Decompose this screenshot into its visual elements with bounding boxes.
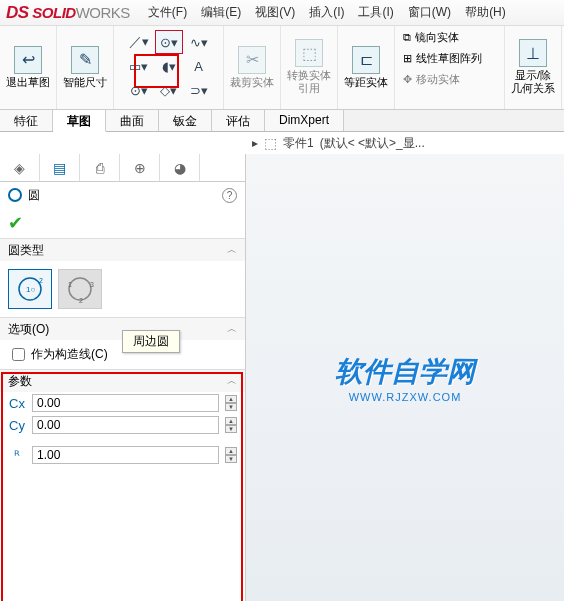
- display-relations-button[interactable]: ⊥ 显示/除几何关系: [511, 30, 555, 104]
- part-icon: ⬚: [264, 135, 277, 151]
- rect-tool[interactable]: ▭▾: [125, 54, 153, 78]
- convert-entities-button[interactable]: ⬚ 转换实体引用: [287, 30, 331, 104]
- graphics-viewport[interactable]: 软件自学网 WWW.RJZXW.COM: [246, 154, 564, 601]
- menu-window[interactable]: 窗口(W): [408, 4, 451, 21]
- offset-entities-button[interactable]: ⊏ 等距实体: [344, 30, 388, 104]
- panel-tab-dimxpert[interactable]: ⊕: [120, 154, 160, 181]
- ok-checkmark[interactable]: ✔: [0, 208, 245, 238]
- tab-sketch[interactable]: 草图: [53, 110, 106, 132]
- help-icon[interactable]: ?: [222, 188, 237, 203]
- chevron-up-icon: ︿: [227, 374, 237, 388]
- menu-help[interactable]: 帮助(H): [465, 4, 506, 21]
- construction-checkbox[interactable]: [12, 348, 25, 361]
- line-tool[interactable]: ／▾: [125, 30, 153, 54]
- spline-tool[interactable]: ◇▾: [155, 78, 183, 102]
- svg-text:1: 1: [68, 281, 72, 288]
- mirror-icon: ⧉: [403, 31, 411, 44]
- tab-evaluate[interactable]: 评估: [212, 110, 265, 131]
- svg-text:1○: 1○: [26, 285, 35, 294]
- tab-feature[interactable]: 特征: [0, 110, 53, 131]
- tooltip-perimeter-circle: 周边圆: [122, 330, 180, 353]
- poly-tool[interactable]: A: [185, 54, 213, 78]
- param-radius-spinner[interactable]: ▲▼: [225, 447, 237, 463]
- arc-tool[interactable]: ∿▾: [185, 30, 213, 54]
- svg-text:2: 2: [79, 297, 83, 304]
- construction-label: 作为构造线(C): [31, 346, 108, 363]
- move-icon: ✥: [403, 73, 412, 86]
- tab-surface[interactable]: 曲面: [106, 110, 159, 131]
- panel-tab-feature-tree[interactable]: ◈: [0, 154, 40, 181]
- param-cy-spinner[interactable]: ▲▼: [225, 417, 237, 433]
- param-cx-icon: Cx: [8, 395, 26, 411]
- trim-icon: ✂: [238, 46, 266, 74]
- title-bar: DS SOLIDWORKS 文件(F) 编辑(E) 视图(V) 插入(I) 工具…: [0, 0, 564, 26]
- panel-tab-config[interactable]: ⎙: [80, 154, 120, 181]
- menu-edit[interactable]: 编辑(E): [201, 4, 241, 21]
- mirror-entities-button[interactable]: ⧉镜向实体: [403, 30, 459, 45]
- breadcrumb-arrow-icon: ▸: [252, 136, 258, 150]
- circle-tool[interactable]: ⊙▾: [155, 30, 183, 54]
- smart-dimension-icon: ✎: [71, 46, 99, 74]
- breadcrumb-config: (默认< <默认>_显...: [320, 135, 425, 152]
- breadcrumb-part[interactable]: 零件1: [283, 135, 314, 152]
- panel-tab-appearance[interactable]: ◕: [160, 154, 200, 181]
- menu-insert[interactable]: 插入(I): [309, 4, 344, 21]
- exit-sketch-icon: ↩: [14, 46, 42, 74]
- exit-sketch-button[interactable]: ↩ 退出草图: [6, 30, 50, 104]
- ellipse-tool[interactable]: ⊃▾: [185, 78, 213, 102]
- menu-bar: 文件(F) 编辑(E) 视图(V) 插入(I) 工具(I) 窗口(W) 帮助(H…: [148, 4, 506, 21]
- smart-dimension-button[interactable]: ✎ 智能尺寸: [63, 30, 107, 104]
- section-params[interactable]: 参数︿: [0, 370, 245, 392]
- param-cx-input[interactable]: [32, 394, 219, 412]
- property-manager: ◈ ▤ ⎙ ⊕ ◕ 圆 ? ✔ 圆类型︿ 1○2 123: [0, 154, 246, 601]
- tab-dimxpert[interactable]: DimXpert: [265, 110, 344, 131]
- svg-text:2: 2: [39, 277, 43, 284]
- move-entities-button[interactable]: ✥移动实体: [403, 72, 460, 87]
- point-tool[interactable]: ⊙▾: [125, 78, 153, 102]
- menu-file[interactable]: 文件(F): [148, 4, 187, 21]
- circle-type-perimeter[interactable]: 123: [58, 269, 102, 309]
- offset-icon: ⊏: [352, 46, 380, 74]
- circle-tool-icon: [8, 188, 22, 202]
- panel-tabs: ◈ ▤ ⎙ ⊕ ◕: [0, 154, 245, 182]
- display-icon: ⊥: [519, 39, 547, 67]
- param-radius-icon: ᴿ: [8, 447, 26, 463]
- param-radius-input[interactable]: [32, 446, 219, 464]
- param-cy-input[interactable]: [32, 416, 219, 434]
- menu-view[interactable]: 视图(V): [255, 4, 295, 21]
- linear-pattern-button[interactable]: ⊞线性草图阵列: [403, 51, 482, 66]
- slot-tool[interactable]: ◖▾: [155, 54, 183, 78]
- panel-tab-property[interactable]: ▤: [40, 154, 80, 181]
- ribbon: ↩ 退出草图 ✎ 智能尺寸 ／▾ ⊙▾ ∿▾ ▭▾ ◖▾ A ⊙▾ ◇▾ ⊃▾ …: [0, 26, 564, 110]
- property-title: 圆: [28, 187, 40, 204]
- trim-entities-button[interactable]: ✂ 裁剪实体: [230, 30, 274, 104]
- chevron-up-icon: ︿: [227, 322, 237, 336]
- command-tabs: 特征 草图 曲面 钣金 评估 DimXpert: [0, 110, 564, 132]
- param-cx-spinner[interactable]: ▲▼: [225, 395, 237, 411]
- chevron-up-icon: ︿: [227, 243, 237, 257]
- section-circle-type[interactable]: 圆类型︿: [0, 239, 245, 261]
- breadcrumb-bar: ▸ ⬚ 零件1 (默认< <默认>_显...: [0, 132, 564, 154]
- menu-tools[interactable]: 工具(I): [358, 4, 393, 21]
- param-cy-icon: Cy: [8, 417, 26, 433]
- convert-icon: ⬚: [295, 39, 323, 67]
- tab-sheetmetal[interactable]: 钣金: [159, 110, 212, 131]
- app-logo: DS SOLIDWORKS: [6, 3, 130, 23]
- svg-text:3: 3: [90, 281, 94, 288]
- pattern-icon: ⊞: [403, 52, 412, 65]
- circle-type-center[interactable]: 1○2: [8, 269, 52, 309]
- watermark: 软件自学网 WWW.RJZXW.COM: [335, 353, 475, 403]
